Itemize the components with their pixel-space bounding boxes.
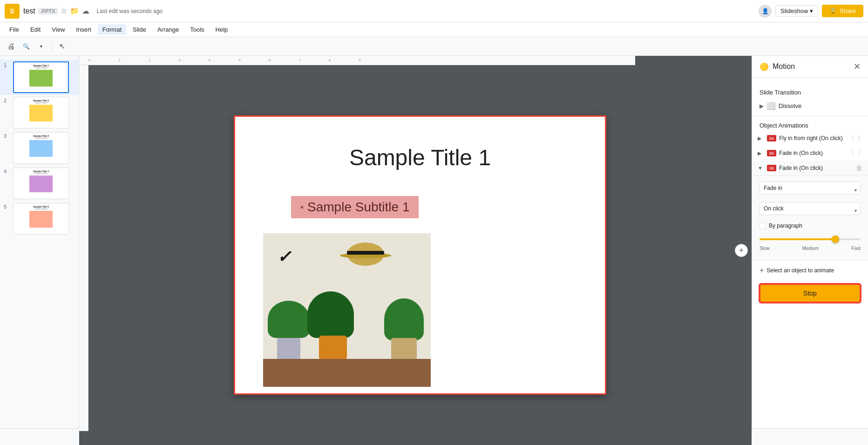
slide-subtitle-box[interactable]: • Sample Subtitle 1 <box>291 196 419 218</box>
motion-icon: 🟡 <box>760 62 769 71</box>
cursor-tool[interactable]: ↖ <box>55 40 68 53</box>
slide-icon: ⬜ <box>766 101 776 110</box>
speed-labels: Slow Medium Fast <box>760 246 861 251</box>
menu-view[interactable]: View <box>47 24 69 35</box>
slide-num-2: 2 <box>4 98 10 103</box>
file-ext: .PPTX <box>38 8 58 14</box>
stop-button[interactable]: Stop <box>760 284 861 303</box>
by-paragraph-label: By paragraph <box>769 222 802 229</box>
top-right-actions: 👤 Slideshow ▾ 🔒 Share <box>759 5 863 18</box>
motion-panel: 🟡 Motion ✕ Slide Transition ▶ ⬜ Dissolve <box>752 56 868 445</box>
slide-thumb-img-5 <box>29 211 53 228</box>
anim-icon-1: SS <box>767 135 776 142</box>
menu-arrange[interactable]: Arrange <box>153 24 183 35</box>
slide-subtitle-text: Sample Subtitle 1 <box>307 200 409 215</box>
ruler-ticks-h: 0 1 2 3 4 5 6 7 8 9 <box>79 58 389 62</box>
slide-thumb-subtitle-2: · Sample Subtitle 2 <box>14 102 68 104</box>
plant-pot-1 <box>277 338 300 361</box>
slides-panel: 1 Sample Title 1 · Sample Subtitle 1 2 S… <box>0 56 79 445</box>
share-label: Share <box>840 7 856 14</box>
animation-type-select[interactable]: Fade in Fly in from right Zoom in <box>760 182 861 195</box>
plant-table <box>263 359 431 387</box>
speed-fast-label: Fast <box>852 246 861 251</box>
anim-label-3: Fade in (On click) <box>779 165 851 171</box>
animation-type-wrapper: Fade in Fly in from right Zoom in ▾ <box>760 182 861 198</box>
menu-slide[interactable]: Slide <box>128 24 151 35</box>
anim-label-1: Fly in from right (On click) <box>779 135 847 142</box>
panel-header: 🟡 Motion ✕ <box>752 56 868 78</box>
menu-file[interactable]: File <box>5 24 24 35</box>
slide-thumb-img-4 <box>29 175 53 192</box>
menu-insert[interactable]: Insert <box>71 24 96 35</box>
animation-item-1[interactable]: ▶ SS Fly in from right (On click) ⋮⋮ <box>752 131 868 146</box>
slide-num-5: 5 <box>4 204 10 209</box>
slide-canvas[interactable]: Sample Title 1 • Sample Subtitle 1 ✓ <box>234 115 606 395</box>
by-paragraph-checkbox[interactable] <box>760 222 766 229</box>
speed-slider-thumb[interactable] <box>832 236 839 243</box>
anim-drag-2[interactable]: ⋮⋮ <box>849 149 862 157</box>
slide-thumb-3: Sample Title 3 · Sample Subtitle 3 <box>13 132 69 164</box>
dissolve-label: Dissolve <box>779 102 801 109</box>
star-icon[interactable]: ☆ <box>61 7 67 15</box>
menu-edit[interactable]: Edit <box>26 24 45 35</box>
animation-item-2[interactable]: ▶ SS Fade in (On click) ⋮⋮ <box>752 146 868 161</box>
close-panel-button[interactable]: ✕ <box>854 61 861 72</box>
object-animations-title: Object Animations <box>752 118 868 131</box>
dissolve-chevron-icon: ▶ <box>760 103 764 109</box>
anim-drag-1[interactable]: ⋮⋮ <box>849 135 862 142</box>
slide-item-2[interactable]: 2 Sample Title 2 · Sample Subtitle 2 <box>0 95 79 130</box>
zoom-button[interactable]: 🔍 <box>20 40 33 53</box>
object-animations-section: Object Animations ▶ SS Fly in from right… <box>752 116 868 308</box>
slide-thumb-img-1 <box>29 70 53 87</box>
slideshow-dropdown-icon[interactable]: ▾ <box>810 7 813 14</box>
slide-image[interactable]: ✓ <box>263 233 431 387</box>
toolbar-separator-1 <box>51 42 52 51</box>
anim-chevron-3: ▼ <box>758 165 764 171</box>
animation-item-3[interactable]: ▼ SS Fade in (On click) 🗑 <box>752 161 868 175</box>
slide-title[interactable]: Sample Title 1 <box>235 145 605 170</box>
vertical-ruler <box>79 65 88 431</box>
hat-band <box>347 251 384 255</box>
slide-item-4[interactable]: 4 Sample Title 4 · Sample Subtitle 4 <box>0 166 79 201</box>
add-animation-row[interactable]: + Select an object to animate <box>752 261 868 280</box>
anim-icon-2: SS <box>767 150 776 156</box>
slide-thumb-subtitle-5: · Sample Subtitle 5 <box>14 208 68 210</box>
anim-delete-3[interactable]: 🗑 <box>856 164 862 172</box>
plant-leaves-3 <box>384 298 424 340</box>
menu-format[interactable]: Format <box>98 24 126 35</box>
slide-thumb-4: Sample Title 4 · Sample Subtitle 4 <box>13 168 69 199</box>
anim-chevron-2: ▶ <box>758 150 764 156</box>
menu-tools[interactable]: Tools <box>185 24 209 35</box>
app-icon: S <box>5 4 20 19</box>
slide-thumb-img-2 <box>29 105 53 121</box>
speed-fill <box>760 238 835 240</box>
slide-thumb-2: Sample Title 2 · Sample Subtitle 2 <box>13 97 69 128</box>
share-button[interactable]: 🔒 Share <box>822 5 863 17</box>
dissolve-row[interactable]: ▶ ⬜ Dissolve <box>752 98 868 114</box>
animation-trigger-select[interactable]: On click After previous With previous <box>760 202 861 215</box>
speed-section: Slow Medium Fast <box>760 235 861 251</box>
plant-pot-3 <box>391 338 417 361</box>
folder-icon[interactable]: 📁 <box>70 7 79 15</box>
slideshow-button[interactable]: Slideshow ▾ <box>775 5 818 17</box>
add-object-button[interactable]: + <box>735 244 748 257</box>
slide-thumb-subtitle-4: · Sample Subtitle 4 <box>14 173 68 175</box>
user-avatar-1: 👤 <box>759 5 772 18</box>
zoom-dropdown[interactable]: ▾ <box>34 40 47 53</box>
slide-item-1[interactable]: 1 Sample Title 1 · Sample Subtitle 1 <box>0 60 79 95</box>
menu-help[interactable]: Help <box>211 24 233 35</box>
by-paragraph-row: By paragraph <box>760 222 861 229</box>
slide-item-5[interactable]: 5 Sample Title 5 · Sample Subtitle 5 <box>0 201 79 236</box>
cloud-icon[interactable]: ☁ <box>82 7 89 15</box>
print-button[interactable]: 🖨 <box>5 40 18 53</box>
slide-item-3[interactable]: 3 Sample Title 3 · Sample Subtitle 3 <box>0 130 79 166</box>
slide-transition-section: Slide Transition ▶ ⬜ Dissolve <box>752 83 868 116</box>
slide-num-3: 3 <box>4 133 10 139</box>
slide-thumb-5: Sample Title 5 · Sample Subtitle 5 <box>13 203 69 235</box>
add-animation-label: Select an object to animate <box>766 267 834 274</box>
plant-pot-2 <box>319 336 347 361</box>
speed-medium-label: Medium <box>802 246 819 251</box>
anim-label-2: Fade in (On click) <box>779 150 847 156</box>
toolbar: 🖨 🔍 ▾ ↖ <box>0 37 868 56</box>
file-title: test .PPTX ☆ 📁 ☁ <box>23 7 89 15</box>
